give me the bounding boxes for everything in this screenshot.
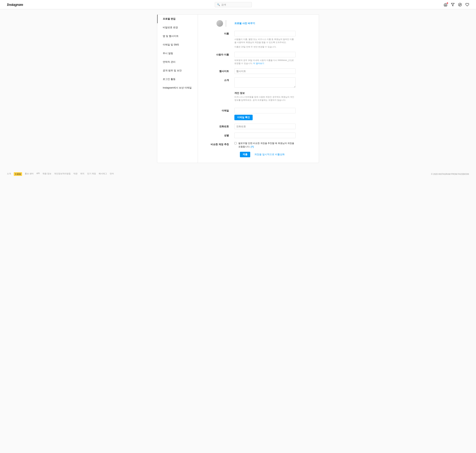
bio-field xyxy=(234,77,313,88)
footer-link-hashtags[interactable]: 해시태그 xyxy=(99,172,107,176)
avatar xyxy=(217,20,223,27)
search-bar[interactable]: 🔍 xyxy=(215,2,252,7)
name-hint2: 이름은 14일 안에 두 번만 변경할 수 있습니다. xyxy=(234,45,295,48)
footer-link-locations[interactable]: 위치 xyxy=(80,172,84,176)
svg-marker-2 xyxy=(459,4,461,5)
header: Instagram 🔍 xyxy=(0,0,476,9)
sidebar-item-password-change[interactable]: 비밀번호 변경 xyxy=(157,23,198,32)
main-container: 프로필 편집 비밀번호 변경 앱 및 웹사이트 이메일 및 SMS 푸시 알림 … xyxy=(157,14,319,163)
bio-label: 소개 xyxy=(203,77,234,82)
sidebar-item-apps-websites[interactable]: 앱 및 웹사이트 xyxy=(157,32,198,41)
svg-point-1 xyxy=(458,3,462,6)
sidebar-item-contact-management[interactable]: 연락처 관리 xyxy=(157,58,198,66)
personal-info-title: 개인 정보 xyxy=(234,92,313,95)
footer-link-press[interactable]: 홍보 센터 xyxy=(25,172,34,176)
bio-row: 소개 xyxy=(203,77,313,88)
personal-info-desc: 비즈니스나 반려동물 등에 사용된 계정인 경우에도 회원님의 개인 정보를 입… xyxy=(234,95,295,102)
similar-accounts-label: 비슷한 계정 추천 xyxy=(203,142,234,146)
username-hint: 대부분의 경우 14일 이내에 사용자 이름을 다시 hhhhhmm_(으)로 … xyxy=(234,59,295,65)
profile-photo-change-link[interactable]: 프로필 사진 바꾸기 xyxy=(234,22,255,25)
search-icon: 🔍 xyxy=(217,3,220,6)
footer-copyright: © 2020 INSTAGRAM FROM FACEBOOK xyxy=(431,173,469,175)
bio-input[interactable] xyxy=(234,77,295,88)
email-field: 이메일 확인 xyxy=(234,108,313,120)
heart-icon[interactable] xyxy=(465,3,469,7)
footer-link-about[interactable]: 소개 xyxy=(7,172,11,176)
email-confirm-button[interactable]: 이메일 확인 xyxy=(234,115,253,120)
email-label: 이메일 xyxy=(203,108,234,112)
website-label: 웹사이트 xyxy=(203,68,234,73)
similar-accounts-checkbox[interactable] xyxy=(234,142,237,144)
personal-info-header: 개인 정보 비즈니스나 반려동물 등에 사용된 계정인 경우에도 회원님의 개인… xyxy=(234,92,313,102)
name-row: 이름 사람들이 이름, 별명 또는 비즈니스 이름 등 회원님의 알려진 이름을… xyxy=(203,31,313,48)
email-input[interactable] xyxy=(234,108,295,113)
sidebar-item-login-activity[interactable]: 로그인 활동 xyxy=(157,75,198,84)
footer-link-api[interactable]: API xyxy=(36,172,40,176)
footer-link-privacy[interactable]: 개인정보처리방침 xyxy=(54,172,71,176)
email-row: 이메일 이메일 확인 xyxy=(203,108,313,120)
sidebar: 프로필 편집 비밀번호 변경 앱 및 웹사이트 이메일 및 SMS 푸시 알림 … xyxy=(157,15,198,163)
similar-accounts-text: 팔로우할 만한 비슷한 계정을 추천할 때 회원님의 계정을 포함합니다. [?… xyxy=(238,142,295,148)
username-input[interactable] xyxy=(234,52,295,57)
profile-edit-content: 프로필 사진 바꾸기 이름 사람들이 이름, 별명 또는 비즈니스 이름 등 회… xyxy=(198,15,319,163)
sidebar-item-privacy-security[interactable]: 공개 범위 및 보안 xyxy=(157,66,198,75)
similar-accounts-row: 비슷한 계정 추천 팔로우할 만한 비슷한 계정을 추천할 때 회원님의 계정을… xyxy=(203,142,313,148)
submit-button[interactable]: 제출 xyxy=(240,152,250,157)
name-hint1: 사람들이 이름, 별명 또는 비즈니스 이름 등 회원님의 알려진 이름을 사용… xyxy=(234,38,295,44)
footer-link-terms[interactable]: 약관 xyxy=(73,172,77,176)
svg-marker-0 xyxy=(451,3,454,6)
username-learn-more-link[interactable]: 더 알아보기 xyxy=(253,62,264,64)
personal-info-section: 개인 정보 비즈니스나 반려동물 등에 사용된 계정인 경우에도 회원님의 개인… xyxy=(203,92,313,104)
gender-label: 성별 xyxy=(203,133,234,137)
footer-link-top-accounts[interactable]: 인기 계정 xyxy=(87,172,96,176)
sidebar-item-email-sms[interactable]: 이메일 및 SMS xyxy=(157,41,198,49)
footer: 소개 도움말 홍보 센터 API 채용 정보 개인정보처리방침 약관 위치 인기… xyxy=(0,168,476,180)
similar-accounts-link[interactable]: [?] xyxy=(251,145,254,148)
phone-input[interactable] xyxy=(234,124,295,129)
logo: Instagram xyxy=(7,2,23,7)
username-label: 사용자 이름 xyxy=(203,52,234,56)
name-field: 사람들이 이름, 별명 또는 비즈니스 이름 등 회원님의 알려진 이름을 사용… xyxy=(234,31,313,48)
disable-account-button[interactable]: 계정을 일시적으로 비활성화 xyxy=(254,153,285,156)
search-input[interactable] xyxy=(221,3,250,6)
website-input[interactable] xyxy=(234,68,295,74)
website-field xyxy=(234,68,313,74)
username-row: 사용자 이름 대부분의 경우 14일 이내에 사용자 이름을 다시 hhhhhm… xyxy=(203,52,313,65)
footer-link-language[interactable]: 언어 xyxy=(110,172,114,176)
sidebar-item-profile-edit[interactable]: 프로필 편집 xyxy=(157,15,198,23)
gender-input[interactable] xyxy=(234,133,295,138)
profile-photo-change[interactable]: 프로필 사진 바꾸기 xyxy=(234,22,255,25)
similar-accounts-field: 팔로우할 만한 비슷한 계정을 추천할 때 회원님의 계정을 포함합니다. [?… xyxy=(234,142,313,148)
gender-row: 성별 xyxy=(203,133,313,138)
header-icons xyxy=(444,3,469,7)
home-icon[interactable] xyxy=(444,3,448,7)
phone-field xyxy=(234,124,313,129)
username-field: 대부분의 경우 14일 이내에 사용자 이름을 다시 hhhhhmm_(으)로 … xyxy=(234,52,313,65)
avatar-divider xyxy=(226,20,226,27)
sidebar-item-push-notifications[interactable]: 푸시 알림 xyxy=(157,49,198,58)
phone-row: 전화번호 xyxy=(203,124,313,129)
name-input[interactable] xyxy=(234,31,295,36)
footer-link-jobs[interactable]: 채용 정보 xyxy=(42,172,51,176)
gender-field xyxy=(234,133,313,138)
notification-badge xyxy=(447,2,448,4)
footer-link-help[interactable]: 도움말 xyxy=(14,172,22,176)
explore-icon[interactable] xyxy=(458,3,462,7)
similar-accounts-checkbox-row: 팔로우할 만한 비슷한 계정을 추천할 때 회원님의 계정을 포함합니다. [?… xyxy=(234,142,295,148)
form-actions: 제출 계정을 일시적으로 비활성화 xyxy=(240,152,313,157)
website-row: 웹사이트 xyxy=(203,68,313,74)
name-label: 이름 xyxy=(203,31,234,35)
filter-icon[interactable] xyxy=(451,3,455,7)
footer-links: 소개 도움말 홍보 센터 API 채용 정보 개인정보처리방침 약관 위치 인기… xyxy=(7,172,114,176)
profile-photo-section: 프로필 사진 바꾸기 xyxy=(203,20,313,27)
phone-label: 전화번호 xyxy=(203,124,234,128)
sidebar-item-emails-from-instagram[interactable]: Instagram에서 보낸 이메일 xyxy=(157,84,198,92)
